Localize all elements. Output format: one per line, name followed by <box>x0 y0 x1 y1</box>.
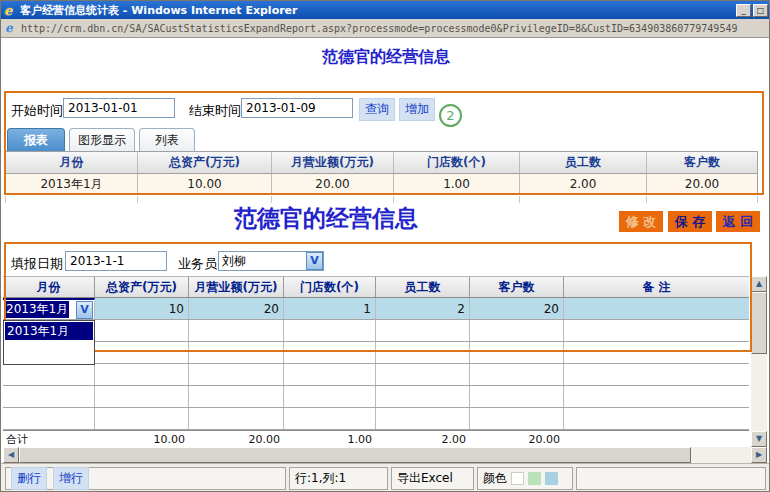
grid-header: 月份 总资产(万元) 月营业额(万元) 门店数(个) 员工数 客户数 备 注 <box>3 276 749 298</box>
cell-assets: 10.00 <box>138 174 272 194</box>
browser-window: e 客户经营信息统计表 - Windows Internet Explorer … <box>0 0 770 492</box>
status-cell-position: 行:1,列:1 <box>289 467 388 490</box>
total-assets: 10.00 <box>95 431 189 447</box>
maximize-button[interactable]: □ <box>753 4 768 17</box>
report-table-header: 月份 总资产(万元) 月营业额(万元) 门店数(个) 员工数 客户数 <box>6 152 757 174</box>
status-section-rows: 删行 增行 <box>5 467 286 490</box>
cell-stores: 1.00 <box>394 174 520 194</box>
col-stores: 门店数(个) <box>394 152 520 173</box>
status-export: 导出Excel <box>391 467 474 490</box>
cell-turnover: 20.00 <box>272 174 394 194</box>
grid-row-selected[interactable]: 2013年1月 V 10 20 1 2 20 <box>3 298 749 320</box>
scroll-down-icon[interactable]: ▼ <box>751 431 767 447</box>
back-button[interactable]: 返 回 <box>716 211 760 232</box>
scroll-up-icon[interactable]: ▲ <box>751 276 767 292</box>
gcell-staff[interactable]: 2 <box>376 298 470 319</box>
col-assets: 总资产(万元) <box>138 152 272 173</box>
window-title: 客户经营信息统计表 - Windows Internet Explorer <box>20 3 734 18</box>
scroll-left-icon[interactable]: ◀ <box>3 447 19 463</box>
salesman-value: 刘柳 <box>219 253 306 270</box>
cell-position-text: 行:1,列:1 <box>295 470 346 487</box>
gcol-assets: 总资产(万元) <box>95 277 189 297</box>
grid-row-empty[interactable] <box>3 342 749 364</box>
col-month: 月份 <box>6 152 138 173</box>
horizontal-scroll-thumb[interactable] <box>19 447 691 463</box>
modify-button[interactable]: 修 改 <box>619 211 663 232</box>
scroll-right-icon[interactable]: ▶ <box>751 447 767 463</box>
tab-graphic[interactable]: 图形显示 <box>69 128 135 151</box>
query-button[interactable]: 查询 <box>359 98 395 121</box>
grid-row-empty[interactable] <box>3 364 749 386</box>
total-remark <box>564 431 749 447</box>
combobox-dropdown-icon[interactable]: V <box>76 301 93 319</box>
address-bar: e http://crm.dbn.cn/SA/SACustStatisticsE… <box>1 19 770 38</box>
grid-row-empty[interactable] <box>3 320 749 342</box>
page-icon: e <box>5 21 21 35</box>
chevron-down-icon[interactable]: V <box>306 252 323 270</box>
gcol-turnover: 月营业额(万元) <box>189 277 284 297</box>
vertical-scrollbar[interactable]: ▲ ▼ <box>751 276 767 447</box>
url-text[interactable]: http://crm.dbn.cn/SA/SACustStatisticsExp… <box>21 23 767 34</box>
gcell-stores[interactable]: 1 <box>284 298 376 319</box>
title-bar: e 客户经营信息统计表 - Windows Internet Explorer … <box>1 1 770 19</box>
grid-row-empty[interactable] <box>3 386 749 408</box>
end-time-input[interactable] <box>241 98 353 118</box>
status-colors: 颜色 <box>477 467 573 490</box>
gcell-remark[interactable] <box>564 298 749 319</box>
total-staff: 2.00 <box>376 431 470 447</box>
gcol-remark: 备 注 <box>564 277 749 297</box>
salesman-select[interactable]: 刘柳 V <box>218 251 324 271</box>
table-partial-row <box>5 196 758 203</box>
horizontal-scrollbar[interactable]: ◀ ▶ <box>3 447 767 463</box>
delete-row-button[interactable]: 删行 <box>11 467 47 490</box>
add-button[interactable]: 增加 <box>399 98 435 121</box>
grid-total-row: 合计 10.00 20.00 1.00 2.00 20.00 <box>3 430 749 447</box>
edit-heading: 范德官的经营信息 <box>1 203 651 234</box>
tab-list[interactable]: 列表 <box>139 128 195 151</box>
color-swatch-blue <box>545 472 558 485</box>
salesman-label: 业务员 <box>178 255 217 273</box>
total-customers: 20.00 <box>470 431 564 447</box>
month-combobox[interactable]: 2013年1月 V <box>3 298 95 319</box>
report-date-input[interactable] <box>65 251 167 271</box>
month-combobox-value: 2013年1月 <box>5 301 69 318</box>
gcell-assets[interactable]: 10 <box>95 298 189 319</box>
report-table: 月份 总资产(万元) 月营业额(万元) 门店数(个) 员工数 客户数 2013年… <box>5 151 758 195</box>
grid-row-empty[interactable] <box>3 408 749 430</box>
tab-report[interactable]: 报表 <box>7 128 65 151</box>
start-time-input[interactable] <box>63 98 175 118</box>
annotation-circle-2: 2 <box>439 104 462 127</box>
gcol-staff: 员工数 <box>376 277 470 297</box>
col-turnover: 月营业额(万元) <box>272 152 394 173</box>
gcol-stores: 门店数(个) <box>284 277 376 297</box>
ie-logo-icon: e <box>4 3 20 18</box>
start-time-label: 开始时间 <box>11 102 63 120</box>
gcol-customers: 客户数 <box>470 277 564 297</box>
vertical-scroll-thumb[interactable] <box>751 292 767 354</box>
color-swatch-green <box>528 472 541 485</box>
cell-month: 2013年1月 <box>6 174 138 194</box>
minimize-button[interactable]: _ <box>736 4 751 17</box>
gcell-customers[interactable]: 20 <box>470 298 564 319</box>
table-row: 2013年1月 10.00 20.00 1.00 2.00 20.00 <box>6 174 757 194</box>
color-swatch-white <box>511 472 524 485</box>
cell-staff: 2.00 <box>520 174 647 194</box>
month-dropdown-option[interactable]: 2013年1月 <box>5 322 93 340</box>
end-time-label: 结束时间 <box>189 102 241 120</box>
month-dropdown-panel: 2013年1月 <box>3 320 95 365</box>
status-bar: 删行 增行 行:1,列:1 导出Excel 颜色 <box>1 463 770 491</box>
status-section-empty <box>576 467 766 490</box>
gcell-turnover[interactable]: 20 <box>189 298 284 319</box>
col-staff: 员工数 <box>520 152 647 173</box>
gcol-month: 月份 <box>3 277 95 297</box>
cell-customers: 20.00 <box>647 174 757 194</box>
col-customers: 客户数 <box>647 152 757 173</box>
total-turnover: 20.00 <box>189 431 284 447</box>
total-label: 合计 <box>3 431 95 447</box>
save-button[interactable]: 保 存 <box>668 211 712 232</box>
color-label: 颜色 <box>483 470 507 487</box>
add-row-button[interactable]: 增行 <box>53 467 89 490</box>
total-stores: 1.00 <box>284 431 376 447</box>
report-date-label: 填报日期 <box>11 255 63 273</box>
export-excel-button[interactable]: 导出Excel <box>397 470 453 487</box>
